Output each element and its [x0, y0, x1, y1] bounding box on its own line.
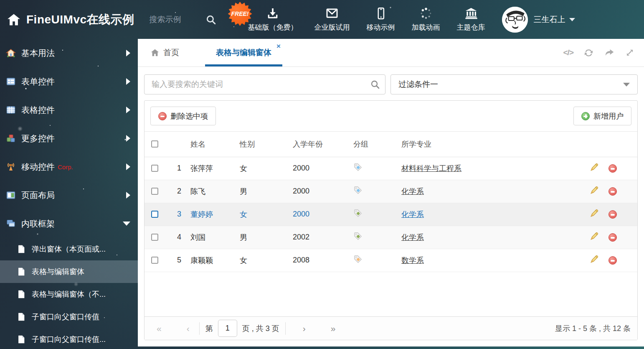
- refresh-button[interactable]: [583, 48, 594, 58]
- grid-toolbar: 删除选中项 新增用户: [145, 101, 637, 132]
- pencil-icon: [590, 255, 599, 264]
- tab-home[interactable]: 首页: [150, 39, 179, 66]
- table-row-selected[interactable]: 3 董婷婷 女 2000 化学系: [145, 203, 637, 226]
- sidebar-subitem-grid-edit-window[interactable]: 表格与编辑窗体: [0, 260, 138, 283]
- edit-row-button[interactable]: [590, 163, 599, 174]
- filter-dropdown-value: 过滤条件一: [398, 79, 438, 90]
- sidebar-subitem-label: 子窗口向父窗口传值...: [32, 334, 106, 344]
- edit-row-button[interactable]: [590, 209, 599, 220]
- page-content: 过滤条件一 删除选中项 新增用户: [138, 67, 644, 346]
- sidebar-item-label: 更多控件: [21, 133, 55, 144]
- sidebar-subitem-child-to-parent-2[interactable]: 子窗口向父窗口传值...: [0, 328, 138, 349]
- app-title: FineUIMvc在线示例: [26, 12, 134, 28]
- page-number-input[interactable]: [218, 320, 237, 337]
- search-icon[interactable]: [205, 14, 216, 25]
- sidebar-item-label: 内联框架: [21, 218, 55, 229]
- major-link[interactable]: 化学系: [401, 187, 424, 196]
- sidebar-item-more-controls[interactable]: 更多控件: [0, 124, 138, 153]
- row-number: 1: [166, 157, 190, 180]
- divider: [199, 322, 200, 335]
- edit-row-button[interactable]: [590, 255, 599, 266]
- user-menu[interactable]: 三生石上: [534, 14, 575, 25]
- row-checkbox[interactable]: [151, 234, 158, 241]
- table-row[interactable]: 1 张萍萍 女 2000 材料科学与工程系: [145, 157, 637, 180]
- sidebar-item-form-controls[interactable]: 表单控件: [0, 67, 138, 96]
- pagination-bar: « ‹ 第 页 , 共 3 页 › » 显示 1 - 5 条 , 共 12 条: [145, 316, 637, 340]
- prev-page-button[interactable]: ‹: [181, 324, 195, 334]
- edit-row-button[interactable]: [590, 186, 599, 197]
- major-link[interactable]: 化学系: [401, 210, 424, 219]
- nav-item-loading-animation[interactable]: 加载动画: [412, 7, 440, 32]
- delete-row-button[interactable]: [609, 164, 617, 173]
- sidebar-subitem-label: 弹出窗体（本页面或...: [32, 244, 106, 254]
- delete-row-button[interactable]: [609, 187, 617, 196]
- tab-bar: 首页 表格与编辑窗体 × </>: [138, 39, 644, 67]
- sidebar-subitem-child-to-parent[interactable]: 子窗口向父窗口传值: [0, 306, 138, 328]
- user-avatar[interactable]: [502, 7, 528, 33]
- sidebar-subitem-grid-edit-window-2[interactable]: 表格与编辑窗体（不...: [0, 283, 138, 306]
- delete-row-button[interactable]: [609, 210, 617, 219]
- fullscreen-button[interactable]: [625, 48, 635, 58]
- header-search[interactable]: 搜索示例: [150, 14, 216, 25]
- next-page-button[interactable]: ›: [297, 324, 311, 334]
- sidebar-item-page-layout[interactable]: 页面布局: [0, 181, 138, 209]
- nav-item-enterprise-trial[interactable]: 企业版试用: [314, 7, 350, 32]
- antenna-icon: [6, 162, 16, 172]
- row-checkbox[interactable]: [151, 165, 158, 172]
- header-nav: FREE! 基础版（免费） 企业版试用 移动示例 加载动画: [248, 7, 485, 32]
- delete-selected-button[interactable]: 删除选中项: [150, 107, 216, 125]
- last-page-button[interactable]: »: [325, 324, 341, 334]
- sidebar: 基本用法 表单控件 表格控件 更多控件 移动控件 Corp. 页面布局: [0, 39, 138, 349]
- share-icon: [604, 47, 615, 58]
- table-row[interactable]: 4 刘国 男 2002 化学系: [145, 226, 637, 249]
- sidebar-item-label: 基本用法: [21, 48, 55, 59]
- nav-item-label: 基础版（免费）: [248, 23, 298, 32]
- major-link[interactable]: 材料科学与工程系: [401, 164, 461, 173]
- record-summary: 显示 1 - 5 条 , 共 12 条: [555, 324, 631, 334]
- spinner-icon: [419, 7, 433, 20]
- close-icon[interactable]: ×: [276, 43, 281, 50]
- nav-item-theme-repo[interactable]: 主题仓库: [457, 7, 485, 32]
- plus-circle-icon: [581, 112, 590, 120]
- layout-icon: [6, 190, 16, 200]
- open-new-window-button[interactable]: [604, 47, 615, 58]
- sidebar-item-mobile-controls[interactable]: 移动控件 Corp.: [0, 153, 138, 181]
- sidebar-subitem-popup-window[interactable]: 弹出窗体（本页面或...: [0, 238, 138, 260]
- nav-item-basic-edition[interactable]: FREE! 基础版（免费）: [248, 7, 298, 32]
- col-header-name: 姓名: [190, 132, 240, 157]
- frames-icon: [6, 219, 16, 229]
- sidebar-item-inline-frame[interactable]: 内联框架: [0, 209, 138, 238]
- delete-row-button[interactable]: [609, 233, 617, 242]
- tab-grid-edit-window[interactable]: 表格与编辑窗体 ×: [205, 39, 282, 66]
- filter-dropdown[interactable]: 过滤条件一: [390, 74, 638, 94]
- cell-gender: 女: [240, 203, 293, 226]
- table-row[interactable]: 5 康颖颖 女 2008 数学系: [145, 249, 637, 272]
- select-all-checkbox[interactable]: [151, 140, 158, 148]
- search-icon[interactable]: [370, 79, 380, 89]
- row-checkbox[interactable]: [151, 188, 158, 195]
- cell-year: 2000: [293, 203, 353, 226]
- tab-actions: </>: [563, 39, 635, 66]
- row-checkbox[interactable]: [151, 211, 158, 218]
- nav-item-mobile-demo[interactable]: 移动示例: [367, 7, 395, 32]
- app-logo[interactable]: FineUIMvc在线示例: [7, 12, 134, 28]
- keyword-search-input[interactable]: [144, 74, 385, 94]
- row-checkbox[interactable]: [151, 257, 158, 264]
- add-user-button[interactable]: 新增用户: [573, 107, 631, 125]
- delete-row-button[interactable]: [609, 256, 617, 265]
- sidebar-item-basic-usage[interactable]: 基本用法: [0, 39, 138, 67]
- table-row[interactable]: 2 陈飞 男 2000 化学系: [145, 180, 637, 203]
- first-page-button[interactable]: «: [151, 324, 167, 334]
- cell-year: 2002: [293, 226, 353, 249]
- table-header-row: 姓名 性别 入学年份 分组 所学专业: [145, 132, 637, 157]
- major-link[interactable]: 数学系: [401, 256, 424, 265]
- file-icon: [17, 335, 26, 344]
- sidebar-item-label: 表单控件: [21, 76, 55, 87]
- row-number: 3: [166, 203, 190, 226]
- major-link[interactable]: 化学系: [401, 233, 424, 242]
- sidebar-item-grid-controls[interactable]: 表格控件: [0, 96, 138, 124]
- divider: [285, 322, 286, 335]
- row-number: 2: [166, 180, 190, 203]
- edit-row-button[interactable]: [590, 232, 599, 243]
- view-source-button[interactable]: </>: [563, 48, 573, 57]
